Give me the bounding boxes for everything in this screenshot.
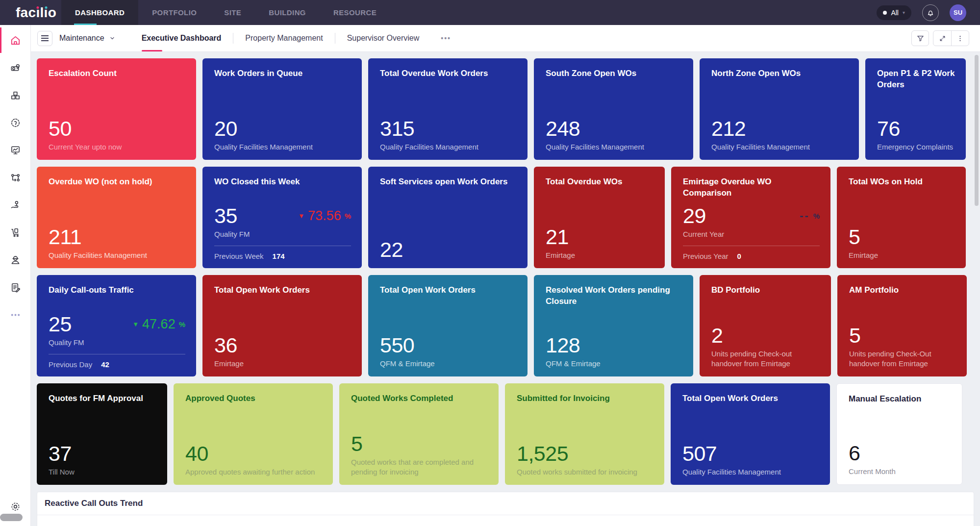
sidebar-item-field-services[interactable]: [9, 199, 21, 211]
card-subtitle: Quality Facilities Management: [380, 142, 517, 152]
kpi-card[interactable]: Total Overdue WOs21Emirtage: [534, 167, 665, 268]
nav-item-portfolio[interactable]: PORTFOLIO: [138, 0, 210, 25]
card-main: 507Quality Facilities Management: [682, 443, 819, 477]
kpi-card[interactable]: Quoted Works Completed5Quoted works that…: [339, 383, 499, 485]
dashboard-toolbar: Maintenance Executive Dashboard Property…: [31, 25, 980, 52]
footer-value: 42: [101, 360, 109, 369]
sidebar-item-maintenance[interactable]: [9, 117, 21, 128]
kpi-card[interactable]: Open P1 & P2 Work Orders76Emergency Comp…: [865, 58, 966, 160]
card-value: 128: [546, 335, 580, 356]
card-main: 550QFM & Emirtage: [380, 335, 517, 369]
nav-item-resource[interactable]: RESOURCE: [320, 0, 390, 25]
card-subtitle: Till Now: [49, 467, 156, 477]
kpi-card[interactable]: Submitted for Invoicing1,525Quoted works…: [505, 383, 664, 485]
kpi-card[interactable]: AM Portfolio5Units pending Check-Out han…: [837, 275, 967, 376]
card-main: 212Quality Facilities Management: [711, 118, 848, 152]
cart-icon: [10, 227, 21, 238]
tab-supervisor-overview[interactable]: Supervisor Overview: [335, 25, 431, 51]
panel-header: Reactive Call Outs Trend: [37, 492, 974, 515]
tab-executive-dashboard[interactable]: Executive Dashboard: [130, 25, 233, 51]
kpi-card[interactable]: Total WOs on Hold5Emirtage: [837, 167, 966, 268]
kpi-card[interactable]: Resolved Work Orders pending Closure128Q…: [534, 275, 693, 376]
kpi-card[interactable]: North Zone Open WOs212Quality Facilities…: [700, 58, 859, 160]
card-value: 36: [214, 335, 237, 356]
card-value: 35: [214, 205, 237, 226]
kpi-card[interactable]: Manual Escalation6Current Month: [836, 383, 962, 485]
fullscreen-button[interactable]: [933, 31, 951, 46]
card-subtitle: QFM & Emirtage: [380, 359, 517, 369]
settings-gear-icon: [10, 501, 21, 512]
scope-label: All: [891, 9, 899, 17]
kpi-card[interactable]: Escalation Count50Current Year upto now: [37, 58, 196, 160]
card-title: Total Open Work Orders: [214, 285, 351, 296]
vertical-scrollbar[interactable]: [975, 55, 979, 206]
dashboard-list-button[interactable]: [37, 31, 52, 46]
card-main: 315Quality Facilities Management: [380, 118, 517, 152]
tab-property-management[interactable]: Property Management: [233, 25, 334, 51]
card-footer: Previous Day42: [49, 354, 185, 369]
kpi-card[interactable]: Daily Call-outs Traffic25▼47.62%Quality …: [37, 275, 196, 376]
avatar[interactable]: SU: [950, 4, 966, 21]
kpi-card[interactable]: Work Orders in Queue20Quality Facilities…: [202, 58, 362, 160]
sidebar-item-settings[interactable]: [9, 501, 21, 512]
chevron-down-icon: [109, 35, 115, 41]
sidebar-item-home[interactable]: [9, 34, 21, 46]
kpi-card[interactable]: South Zone Open WOs248Quality Facilities…: [534, 58, 693, 160]
card-subtitle: Units pending Check-Out handover from Em…: [849, 349, 956, 369]
kpi-card[interactable]: Total Open Work Orders507Quality Facilit…: [671, 383, 830, 485]
footer-label: Previous Week: [214, 252, 264, 260]
nav-item-dashboard[interactable]: DASHBOARD: [61, 0, 138, 25]
card-main: 1,525Quoted works submitted for invoicin…: [517, 443, 653, 477]
kpi-card[interactable]: Total Open Work Orders550QFM & Emirtage: [368, 275, 528, 376]
card-value: 507: [682, 443, 717, 464]
card-main: 50Current Year upto now: [49, 118, 185, 152]
dashboard-folder-menu[interactable]: Maintenance: [59, 34, 115, 43]
kpi-card[interactable]: Total Overdue Work Orders315Quality Faci…: [368, 58, 528, 160]
card-subtitle: Emirtage: [214, 359, 351, 369]
bottom-drag-handle[interactable]: [0, 514, 23, 521]
sidebar-item-assets[interactable]: [9, 62, 21, 74]
kpi-card[interactable]: BD Portfolio2Units pending Check-out han…: [700, 275, 831, 376]
kpi-card[interactable]: Emirtage Overdue WO Comparison29--%Curre…: [671, 167, 830, 268]
assets-machine-icon: [10, 62, 21, 74]
card-main: 248Quality Facilities Management: [546, 118, 682, 152]
trend-unit: %: [813, 212, 820, 220]
options-button[interactable]: [951, 31, 969, 46]
kpi-card[interactable]: Overdue WO (not on hold)211Quality Facil…: [37, 167, 196, 268]
notifications-button[interactable]: [922, 4, 939, 21]
card-value: 315: [380, 118, 414, 139]
scope-selector[interactable]: All ▾: [877, 5, 911, 20]
hand-key-icon: [10, 200, 21, 211]
more-tabs-button[interactable]: •••: [431, 25, 461, 51]
kpi-row: Quotes for FM Approval37Till NowApproved…: [37, 383, 974, 485]
sidebar-active-indicator: [0, 27, 1, 53]
facilio-logo: facılıo: [0, 0, 61, 25]
nav-item-site[interactable]: SITE: [210, 0, 255, 25]
kpi-card[interactable]: Quotes for FM Approval37Till Now: [37, 383, 167, 485]
kpi-card[interactable]: Soft Services open Work Orders22: [368, 167, 528, 268]
card-title: Total Overdue Work Orders: [380, 68, 517, 79]
sidebar-item-workforce[interactable]: [9, 254, 21, 266]
sidebar-item-report-monitor[interactable]: [9, 144, 21, 156]
card-title: WO Closed this Week: [214, 176, 351, 188]
card-value: 211: [49, 226, 81, 248]
sidebar-item-more[interactable]: [9, 309, 21, 321]
sidebar-item-inventory[interactable]: [9, 89, 21, 101]
card-subtitle: Emergency Complaints: [877, 142, 955, 152]
kpi-card[interactable]: Approved Quotes40Approved quotes awaitin…: [174, 383, 333, 485]
card-subtitle: Quality FM: [214, 229, 351, 239]
kpi-card[interactable]: WO Closed this Week35▼73.56%Quality FMPr…: [202, 167, 362, 268]
kpi-card[interactable]: Total Open Work Orders36Emirtage: [202, 275, 362, 376]
trend-unit: %: [345, 212, 351, 220]
sidebar-item-workflow[interactable]: [9, 172, 21, 183]
sidebar-item-procurement[interactable]: [9, 226, 21, 238]
sidebar-item-report-edit[interactable]: [9, 281, 21, 293]
card-main: 128QFM & Emirtage: [546, 335, 682, 369]
filter-button[interactable]: [911, 30, 929, 46]
card-title: South Zone Open WOs: [546, 68, 682, 79]
card-subtitle: Quality Facilities Management: [49, 250, 185, 260]
card-value: 5: [351, 433, 362, 454]
card-title: Overdue WO (not on hold): [49, 176, 185, 188]
nav-item-building[interactable]: BUILDING: [255, 0, 320, 25]
card-main: 40Approved quotes awaiting further actio…: [185, 443, 322, 477]
